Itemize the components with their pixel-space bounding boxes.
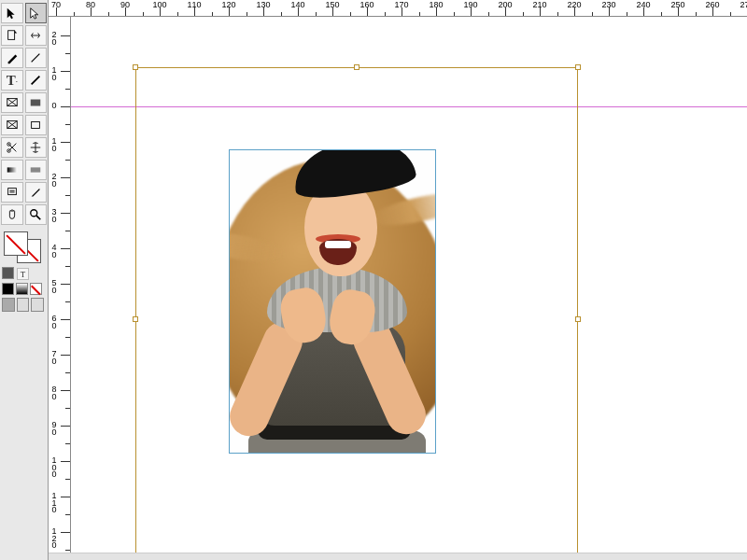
resize-handle-ml[interactable] bbox=[133, 316, 138, 322]
zoom-tool[interactable] bbox=[25, 204, 48, 225]
page-tool[interactable] bbox=[1, 25, 23, 46]
svg-rect-10 bbox=[32, 122, 40, 129]
ruler-h-label: 180 bbox=[429, 0, 443, 9]
ruler-v-label: 80 bbox=[49, 386, 59, 400]
gradient-feather-tool[interactable] bbox=[25, 160, 48, 180]
line-tool[interactable] bbox=[25, 48, 48, 68]
ruler-h-label: 210 bbox=[532, 0, 546, 9]
hand-tool[interactable] bbox=[1, 204, 23, 225]
rectangle-tool[interactable] bbox=[1, 115, 23, 135]
ruler-h-label: 100 bbox=[152, 0, 166, 9]
ruler-v-label: 90 bbox=[49, 422, 59, 436]
pen-tool[interactable] bbox=[25, 70, 48, 91]
toolbox: T. T bbox=[0, 0, 49, 560]
gap-tool[interactable] bbox=[25, 25, 48, 46]
ruler-v-label: 60 bbox=[49, 315, 59, 329]
ruler-v-label: 40 bbox=[49, 245, 59, 259]
ruler-v-label: 70 bbox=[49, 351, 59, 365]
apply-gradient-icon[interactable] bbox=[16, 283, 28, 295]
type-tool[interactable]: T. bbox=[1, 70, 23, 91]
placed-image bbox=[230, 150, 435, 454]
ruler-h-label: 120 bbox=[221, 0, 235, 9]
eyedropper-tool[interactable] bbox=[25, 182, 48, 203]
ruler-h-label: 130 bbox=[256, 0, 270, 9]
svg-line-2 bbox=[32, 77, 40, 85]
image-frame[interactable] bbox=[229, 149, 436, 455]
svg-rect-6 bbox=[31, 100, 41, 106]
ruler-h-label: 70 bbox=[51, 0, 61, 9]
apply-color-icon[interactable] bbox=[2, 283, 14, 295]
fill-stroke-swatch[interactable] bbox=[2, 230, 45, 263]
rectangle-frame-tool[interactable] bbox=[1, 92, 23, 113]
ruler-h-label: 230 bbox=[601, 0, 615, 9]
svg-rect-14 bbox=[31, 167, 41, 172]
ruler-v-label: 20 bbox=[49, 174, 59, 188]
ruler-h-label: 170 bbox=[394, 0, 408, 9]
pencil-tool[interactable] bbox=[1, 48, 23, 68]
selection-tool[interactable] bbox=[1, 3, 23, 23]
svg-line-1 bbox=[32, 54, 40, 63]
fill-swatch[interactable] bbox=[4, 231, 28, 256]
ruler-h-label: 190 bbox=[463, 0, 477, 9]
ruler-v-label: 100 bbox=[49, 457, 59, 479]
ruler-h-label: 220 bbox=[567, 0, 581, 9]
svg-point-18 bbox=[31, 210, 37, 217]
resize-handle-tm[interactable] bbox=[354, 64, 359, 70]
view-mode-normal[interactable] bbox=[2, 298, 15, 312]
ruler-h-label: 140 bbox=[290, 0, 304, 9]
polygon-tool[interactable] bbox=[25, 115, 48, 135]
ruler-v-label: 120 bbox=[49, 528, 59, 550]
gradient-swatch-tool[interactable] bbox=[1, 160, 23, 180]
resize-handle-mr[interactable] bbox=[575, 316, 581, 322]
ruler-h-label: 90 bbox=[120, 0, 130, 9]
vertical-ruler[interactable]: 20100102030405060708090100110120 bbox=[49, 17, 71, 560]
eraser-tool[interactable] bbox=[25, 92, 48, 113]
format-affects-row: T bbox=[2, 267, 46, 281]
ruler-v-label: 0 bbox=[49, 103, 59, 110]
ruler-h-label: 160 bbox=[359, 0, 374, 9]
free-transform-tool[interactable] bbox=[25, 137, 48, 158]
resize-handle-tl[interactable] bbox=[133, 64, 138, 70]
ruler-h-label: 150 bbox=[325, 0, 339, 9]
ruler-v-label: 10 bbox=[49, 138, 59, 152]
ruler-h-label: 80 bbox=[86, 0, 95, 9]
ruler-h-label: 270 bbox=[740, 0, 747, 9]
svg-rect-13 bbox=[7, 167, 18, 172]
ruler-h-label: 250 bbox=[670, 0, 684, 9]
format-container-icon[interactable] bbox=[2, 267, 14, 279]
ruler-h-label: 200 bbox=[498, 0, 512, 9]
ruler-v-label: 20 bbox=[49, 32, 59, 46]
svg-rect-0 bbox=[7, 31, 14, 40]
horizontal-scroll-strip[interactable] bbox=[49, 553, 747, 560]
ruler-h-label: 110 bbox=[187, 0, 201, 9]
horizontal-ruler[interactable]: 7080901001101201301401501601701801902002… bbox=[49, 0, 747, 17]
ruler-v-label: 30 bbox=[49, 209, 59, 223]
note-tool[interactable] bbox=[1, 182, 23, 203]
view-mode-bleed[interactable] bbox=[31, 298, 44, 312]
svg-line-19 bbox=[36, 216, 40, 219]
view-mode-preview[interactable] bbox=[17, 298, 30, 312]
svg-rect-15 bbox=[7, 189, 16, 195]
apply-color-row bbox=[2, 283, 46, 295]
view-mode-row bbox=[2, 298, 46, 312]
ruler-h-label: 240 bbox=[636, 0, 650, 9]
ruler-v-label: 50 bbox=[49, 280, 59, 294]
resize-handle-tr[interactable] bbox=[575, 64, 581, 70]
scissors-tool[interactable] bbox=[1, 137, 23, 158]
apply-none-icon[interactable] bbox=[30, 283, 42, 295]
ruler-v-label: 10 bbox=[49, 67, 59, 81]
ruler-v-label: 110 bbox=[49, 493, 59, 514]
ruler-h-label: 260 bbox=[705, 0, 719, 9]
canvas[interactable] bbox=[71, 17, 747, 560]
format-text-icon[interactable]: T bbox=[17, 268, 29, 280]
direct-selection-tool[interactable] bbox=[25, 3, 48, 23]
